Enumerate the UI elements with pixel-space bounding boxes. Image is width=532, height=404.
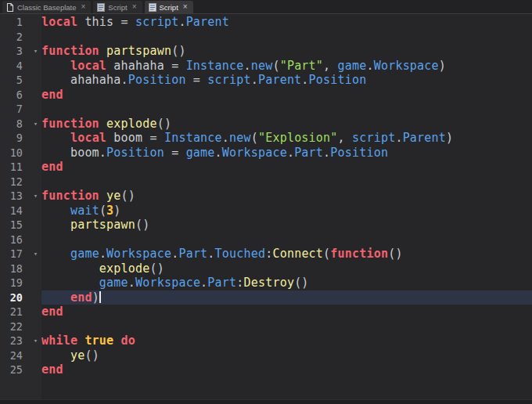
line-number[interactable]: 14 — [0, 204, 30, 218]
code-text[interactable]: end) — [41, 290, 532, 305]
code-area[interactable]: 1local this = script.Parent23▾function p… — [0, 14, 532, 377]
line-number[interactable]: 11 — [0, 160, 30, 175]
code-text[interactable]: local this = script.Parent — [41, 15, 532, 30]
line-number[interactable]: 13 — [0, 189, 30, 204]
code-line[interactable]: 5 ahahaha.Position = script.Parent.Posit… — [0, 73, 532, 88]
code-text[interactable]: game.Workspace.Part.Touched:Connect(func… — [41, 247, 532, 262]
line-number[interactable]: 8 — [0, 117, 30, 132]
token: end — [41, 305, 63, 319]
line-number[interactable]: 22 — [0, 319, 30, 334]
code-line[interactable]: 1local this = script.Parent — [0, 15, 532, 30]
line-number[interactable]: 7 — [0, 102, 30, 117]
line-number[interactable]: 12 — [0, 175, 30, 189]
code-text[interactable]: function partspawn() — [41, 44, 532, 59]
code-text[interactable]: local boom = Instance.new("Explosion", s… — [41, 131, 532, 146]
token: ( — [99, 204, 106, 218]
token — [113, 334, 120, 348]
token — [41, 348, 70, 363]
close-icon[interactable]: × — [183, 3, 188, 11]
code-editor[interactable]: 1local this = script.Parent23▾function p… — [0, 14, 532, 399]
code-text[interactable]: end — [41, 160, 532, 175]
line-number[interactable]: 19 — [0, 276, 30, 290]
line-number[interactable]: 17 — [0, 247, 30, 262]
token: local — [70, 59, 106, 73]
fold-marker-icon[interactable]: ▾ — [30, 189, 41, 204]
code-line[interactable]: 23▾while true do — [0, 334, 532, 348]
code-line[interactable]: 13▾function ye() — [0, 189, 532, 204]
tab-script-2-active[interactable]: Script × — [145, 1, 193, 13]
horizontal-scrollbar[interactable] — [0, 399, 532, 404]
code-text[interactable]: wait(3) — [41, 204, 532, 218]
code-line[interactable]: 10 boom.Position = game.Workspace.Part.P… — [0, 146, 532, 161]
token — [41, 59, 70, 73]
token: ahahaha. — [41, 73, 128, 87]
token: Part — [207, 276, 236, 290]
code-text[interactable]: boom.Position = game.Workspace.Part.Posi… — [41, 146, 532, 161]
code-line[interactable]: 17▾ game.Workspace.Part.Touched:Connect(… — [0, 247, 532, 262]
code-line[interactable]: 24 ye() — [0, 348, 532, 363]
line-number[interactable]: 1 — [0, 15, 30, 30]
close-icon[interactable]: × — [81, 3, 86, 11]
fold-marker-icon[interactable]: ▾ — [30, 117, 41, 132]
line-number[interactable]: 3 — [0, 44, 30, 59]
code-text[interactable]: end — [41, 363, 532, 377]
code-text[interactable]: while true do — [41, 334, 532, 348]
code-line[interactable]: 14 wait(3) — [0, 204, 532, 218]
tab-label: Classic Baseplate — [17, 3, 77, 12]
code-line[interactable]: 25end — [0, 363, 532, 377]
code-text[interactable]: function explode() — [41, 117, 532, 132]
line-number[interactable]: 10 — [0, 146, 30, 161]
code-text[interactable]: explode() — [41, 262, 532, 276]
line-number[interactable]: 9 — [0, 131, 30, 146]
line-number[interactable]: 15 — [0, 218, 30, 233]
code-line[interactable]: 4 local ahahaha = Instance.new("Part", g… — [0, 59, 532, 74]
token: ye — [70, 348, 84, 363]
line-number[interactable]: 18 — [0, 262, 30, 276]
tab-classic-baseplate[interactable]: Classic Baseplate × — [2, 1, 91, 13]
token: . — [178, 15, 185, 29]
code-line[interactable]: 11end — [0, 160, 532, 175]
line-number[interactable]: 5 — [0, 73, 30, 88]
line-number[interactable]: 2 — [0, 30, 30, 45]
code-text[interactable]: local ahahaha = Instance.new("Part", gam… — [41, 59, 532, 74]
code-line[interactable]: 20 end) — [0, 290, 532, 305]
code-line[interactable]: 8▾function explode() — [0, 117, 532, 132]
code-line[interactable]: 3▾function partspawn() — [0, 44, 532, 59]
code-line[interactable]: 22 — [0, 319, 532, 334]
line-number[interactable]: 20 — [0, 290, 30, 305]
line-number[interactable]: 6 — [0, 88, 30, 103]
close-icon[interactable]: × — [132, 3, 137, 11]
code-line[interactable]: 2 — [0, 30, 532, 45]
line-number[interactable]: 4 — [0, 59, 30, 74]
line-number[interactable]: 24 — [0, 348, 30, 363]
line-number[interactable]: 16 — [0, 233, 30, 247]
code-line[interactable]: 7 — [0, 102, 532, 117]
code-line[interactable]: 9 local boom = Instance.new("Explosion",… — [0, 131, 532, 146]
code-text[interactable]: ahahaha.Position = script.Parent.Positio… — [41, 73, 532, 88]
token: . — [244, 59, 251, 73]
code-text[interactable]: ye() — [41, 348, 532, 363]
code-line[interactable]: 19 game.Workspace.Part:Destroy() — [0, 276, 532, 290]
code-line[interactable]: 16 — [0, 233, 532, 247]
tab-script-1[interactable]: Script × — [93, 1, 142, 13]
code-text[interactable]: partspawn() — [41, 218, 532, 233]
code-text[interactable]: game.Workspace.Part:Destroy() — [41, 276, 532, 290]
code-text[interactable]: end — [41, 305, 532, 319]
line-number[interactable]: 23 — [0, 334, 30, 348]
line-number[interactable]: 25 — [0, 363, 30, 377]
fold-marker-icon[interactable]: ▾ — [30, 334, 41, 348]
line-number[interactable]: 21 — [0, 305, 30, 319]
token: . — [222, 131, 229, 145]
code-line[interactable]: 12 — [0, 175, 532, 189]
code-text[interactable]: end — [41, 88, 532, 103]
token: Workspace — [135, 276, 200, 290]
fold-marker-icon[interactable]: ▾ — [30, 247, 41, 262]
code-line[interactable]: 15 partspawn() — [0, 218, 532, 233]
code-line[interactable]: 6end — [0, 88, 532, 103]
fold-marker-icon[interactable]: ▾ — [30, 44, 41, 59]
code-text[interactable]: function ye() — [41, 189, 532, 204]
code-line[interactable]: 18 explode() — [0, 262, 532, 276]
token: Parent — [186, 15, 229, 29]
code-line[interactable]: 21end — [0, 305, 532, 319]
token: . — [200, 276, 207, 290]
